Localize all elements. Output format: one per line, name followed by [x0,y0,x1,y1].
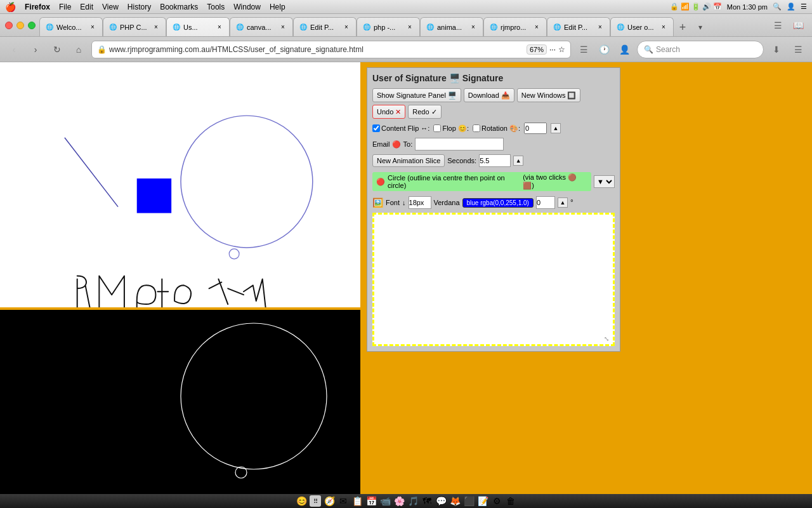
canvas-rotation-increment[interactable]: ▲ [558,197,568,208]
circle-tool-text: Circle (outline via centre then point on… [388,174,520,189]
canvas-bottom[interactable] [0,310,362,494]
back-button[interactable]: ‹ [5,41,23,58]
circle-tool-select[interactable]: ▼ [594,175,615,188]
menu-bookmarks[interactable]: Bookmarks [160,3,198,11]
forward-button[interactable]: › [27,41,44,58]
tab-2[interactable]: 🌐 PHP C... × [103,17,166,36]
tab-8[interactable]: 🌐 rjmpro... × [483,17,547,36]
tab-6[interactable]: 🌐 php -... × [357,17,420,36]
download-button[interactable]: Download 📥 [464,88,514,102]
url-more-button[interactable]: ··· [549,45,556,54]
history-sidebar-button[interactable]: 🕐 [595,41,613,58]
dock-mail[interactable]: ✉ [337,495,349,507]
seconds-input[interactable] [479,154,511,167]
home-button[interactable]: ⌂ [70,41,88,58]
menu-history[interactable]: History [128,3,151,11]
tab-6-close[interactable]: × [405,23,414,32]
content-flip-label[interactable]: Content Flip ↔: [372,124,429,132]
tab-4-close[interactable]: × [278,23,287,32]
reading-view-button[interactable]: 📖 [789,17,807,34]
dock-system-prefs[interactable]: ⚙ [491,495,502,507]
tab-list-button[interactable]: ▾ [691,18,709,36]
tab-8-close[interactable]: × [532,23,541,32]
menu-bar-list-icon[interactable]: ☰ [801,3,807,11]
downloads-button[interactable]: ⬇ [768,41,785,58]
dock-terminal[interactable]: ⬛ [463,495,475,507]
undo-button[interactable]: Undo ✕ [372,105,405,119]
tab-10-favicon: 🌐 [616,23,625,32]
tab-9-close[interactable]: × [596,23,605,32]
bookmarks-sidebar-button[interactable]: ☰ [769,17,787,34]
tab-5-close[interactable]: × [342,23,351,32]
tab-3-close[interactable]: × [215,23,224,32]
dock-photos[interactable]: 🌸 [393,495,405,507]
show-signature-panel-button[interactable]: Show Signature Panel 🖥️ [372,88,461,102]
dock-facetime[interactable]: 📹 [379,495,391,507]
menu-tools[interactable]: Tools [207,3,225,11]
new-windows-button[interactable]: New Windows 🔲 [517,88,581,102]
svg-line-0 [65,138,118,207]
menu-help[interactable]: Help [270,3,285,11]
dock-launchpad[interactable]: ⠿ [310,495,321,507]
tab-7[interactable]: 🌐 anima... × [420,17,483,36]
dock-trash[interactable]: 🗑 [505,495,516,507]
menu-firefox[interactable]: Firefox [25,3,50,11]
menu-file[interactable]: File [59,3,71,11]
font-size-input[interactable] [409,196,431,209]
rotation-increment-button[interactable]: ▲ [551,123,561,133]
tab-1-close[interactable]: × [88,23,97,32]
tab-4[interactable]: 🌐 canva... × [230,17,293,36]
resize-handle-icon[interactable]: ⤡ [604,335,612,343]
tab-3-active[interactable]: 🌐 Us... × [166,17,230,36]
redo-button[interactable]: Redo ✓ [408,105,441,119]
url-bar[interactable]: 🔒 www.rjmprogramming.com.au/HTMLCSS/user… [91,41,571,58]
canvas-rotation-input[interactable] [536,196,555,209]
bookmarks-button[interactable]: ☰ [575,41,593,58]
signature-draw-area[interactable]: ⤡ [372,213,615,346]
menu-window[interactable]: Window [233,3,261,11]
new-tab-button[interactable]: + [674,18,691,36]
tab-2-close[interactable]: × [152,23,160,32]
new-animation-slice-button[interactable]: New Animation Slice [372,154,445,167]
dock-itunes[interactable]: 🎵 [407,495,419,507]
content-flip-checkbox[interactable] [372,124,380,132]
tab-5[interactable]: 🌐 Edit P... × [293,17,357,36]
dock-maps[interactable]: 🗺 [421,495,433,507]
menu-bar-search-icon[interactable]: 🔍 [773,3,782,11]
window-minimize-button[interactable] [16,22,24,29]
rotation-label[interactable]: Rotation 🎨: [473,124,520,133]
canvas-top[interactable] [0,62,362,310]
color-badge[interactable]: blue rgba(0,0,255,1.0) [462,198,534,208]
menu-view[interactable]: View [102,3,119,11]
hamburger-menu-button[interactable]: ☰ [789,41,807,58]
window-maximize-button[interactable] [28,22,36,29]
dock-textedit[interactable]: 📝 [477,495,488,507]
tab-7-close[interactable]: × [469,23,478,32]
refresh-button[interactable]: ↻ [48,41,66,58]
dock-firefox[interactable]: 🦊 [449,495,461,507]
tab-9[interactable]: 🌐 Edit P... × [547,17,610,36]
dock-contacts[interactable]: 📋 [351,495,363,507]
window-close-button[interactable] [5,22,13,29]
bookmark-star-icon[interactable]: ☆ [558,45,565,54]
menu-bar-user-icon[interactable]: 👤 [787,3,796,11]
dock-messages[interactable]: 💬 [435,495,447,507]
dock-calendar[interactable]: 📅 [365,495,377,507]
flop-label[interactable]: Flop 😊: [433,124,469,133]
rotation-checkbox[interactable] [473,124,480,132]
rotation-value-input[interactable] [524,123,547,134]
apple-menu[interactable]: 🍎 [5,2,16,12]
dock-safari[interactable]: 🧭 [324,495,335,507]
dock-finder[interactable]: 😊 [296,495,307,507]
search-bar[interactable]: 🔍 Search [637,41,764,58]
seconds-increment-button[interactable]: ▲ [513,156,523,166]
email-to-input[interactable] [415,138,504,150]
menu-edit[interactable]: Edit [80,3,93,11]
tab-1[interactable]: 🌐 Welco... × [39,17,103,36]
tab-10[interactable]: 🌐 User o... × [610,17,674,36]
font-arrow-icon: ↓ [402,199,406,206]
sync-button[interactable]: 👤 [615,41,633,58]
flop-checkbox[interactable] [433,124,441,132]
tab-10-close[interactable]: × [659,23,668,32]
tab-6-title: php -... [374,23,403,31]
